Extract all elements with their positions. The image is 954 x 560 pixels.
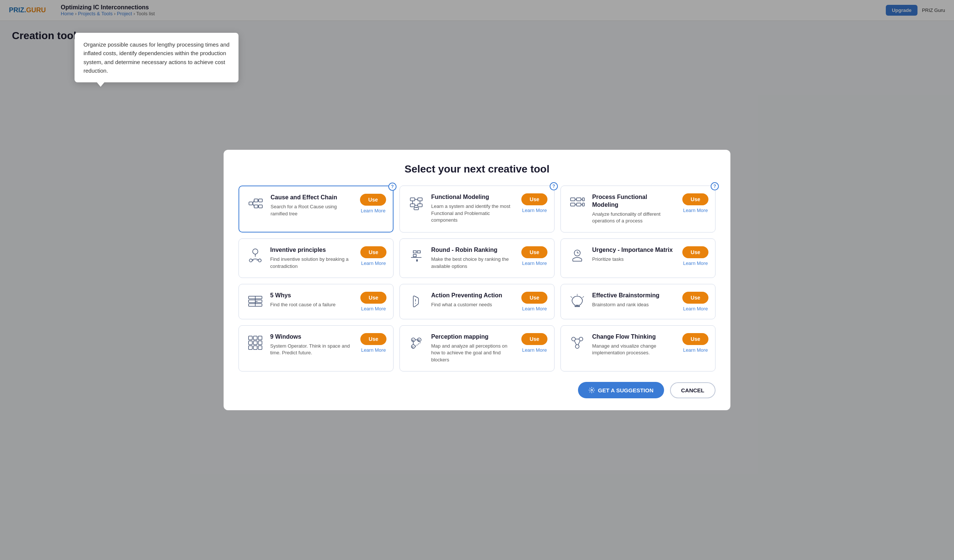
tool-actions-process-functional: Use Learn More <box>682 193 708 213</box>
tooltip-text: Organize possible causes for lengthy pro… <box>83 41 229 74</box>
tool-content-action-preventing: Action Preventing Action Find what a cus… <box>431 292 513 308</box>
svg-text:C: C <box>412 345 414 349</box>
tool-desc-effective-brainstorming: Brainstorm and rank ideas <box>592 302 674 308</box>
tool-name-perception-mapping: Perception mapping <box>431 333 513 341</box>
cause-effect-icon <box>246 194 265 213</box>
learn-button-process-functional[interactable]: Learn More <box>683 207 708 213</box>
process-functional-icon <box>567 193 587 213</box>
perception-icon: A B C <box>407 333 426 353</box>
tools-grid: Cause and Effect Chain Search for a Root… <box>238 185 716 372</box>
use-button-process-functional[interactable]: Use <box>682 193 708 205</box>
help-badge-process-functional[interactable]: ? <box>711 182 719 190</box>
tool-content-cause-effect: Cause and Effect Chain Search for a Root… <box>271 194 352 217</box>
cancel-button[interactable]: CANCEL <box>670 382 716 398</box>
tool-card-process-functional[interactable]: Process Functional Modeling Analyze func… <box>560 185 716 232</box>
use-button-action-preventing[interactable]: Use <box>521 292 547 304</box>
learn-button-change-flow[interactable]: Learn More <box>683 347 708 353</box>
tool-card-five-whys[interactable]: 5 Whys Find the root cause of a failure … <box>238 284 394 319</box>
tool-card-round-robin[interactable]: Round - Robin Ranking Make the best choi… <box>399 238 555 278</box>
use-button-nine-windows[interactable]: Use <box>360 333 387 345</box>
help-badge-cause-effect[interactable]: ? <box>388 183 396 191</box>
svg-marker-35 <box>413 251 416 253</box>
use-button-cause-effect[interactable]: Use <box>360 194 386 206</box>
use-button-inventive-principles[interactable]: Use <box>360 246 387 258</box>
svg-rect-58 <box>253 341 257 345</box>
modal-title: Select your next creative tool <box>238 163 716 175</box>
tool-card-effective-brainstorming[interactable]: Effective Brainstorming Brainstorm and r… <box>560 284 716 319</box>
action-preventing-icon <box>407 292 426 311</box>
tool-actions-round-robin: Use Learn More <box>521 246 547 266</box>
tool-content-functional-modeling: Functional Modeling Learn a system and i… <box>431 193 513 224</box>
svg-rect-10 <box>418 198 422 201</box>
tool-desc-inventive-principles: Find inventive solution by breaking a co… <box>270 256 352 270</box>
svg-rect-20 <box>571 203 575 206</box>
tool-card-cause-effect[interactable]: Cause and Effect Chain Search for a Root… <box>238 185 394 232</box>
tool-content-effective-brainstorming: Effective Brainstorming Brainstorm and r… <box>592 292 674 308</box>
tool-card-urgency-matrix[interactable]: Urgency - Importance Matrix Prioritize t… <box>560 238 716 278</box>
tool-desc-five-whys: Find the root cause of a failure <box>270 302 352 308</box>
svg-marker-37 <box>413 255 416 257</box>
urgency-icon <box>567 246 587 266</box>
tool-card-functional-modeling[interactable]: Functional Modeling Learn a system and i… <box>399 185 555 232</box>
use-button-urgency-matrix[interactable]: Use <box>682 246 708 258</box>
use-button-round-robin[interactable]: Use <box>521 246 547 258</box>
learn-button-cause-effect[interactable]: Learn More <box>361 208 385 213</box>
tool-name-nine-windows: 9 Windows <box>270 333 352 341</box>
svg-text:A: A <box>412 339 414 342</box>
tool-desc-action-preventing: Find what a customer needs <box>431 302 513 308</box>
use-button-change-flow[interactable]: Use <box>682 333 708 345</box>
tool-content-nine-windows: 9 Windows System Operator. Think in spac… <box>270 333 352 356</box>
learn-button-round-robin[interactable]: Learn More <box>522 260 547 266</box>
learn-button-action-preventing[interactable]: Learn More <box>522 306 547 311</box>
functional-modeling-icon <box>407 193 426 213</box>
svg-rect-61 <box>253 346 257 350</box>
tool-card-nine-windows[interactable]: 9 Windows System Operator. Think in spac… <box>238 325 394 372</box>
tool-name-five-whys: 5 Whys <box>270 292 352 300</box>
round-robin-icon <box>407 246 426 266</box>
tool-desc-nine-windows: System Operator. Think in space and time… <box>270 343 352 357</box>
svg-point-32 <box>258 259 261 262</box>
use-button-effective-brainstorming[interactable]: Use <box>682 292 708 304</box>
learn-button-effective-brainstorming[interactable]: Learn More <box>683 306 708 311</box>
svg-rect-4 <box>259 205 262 208</box>
modal-footer: GET A SUGGESTION CANCEL <box>238 382 716 398</box>
help-badge-functional-modeling[interactable]: ? <box>550 182 558 190</box>
tool-desc-change-flow: Manage and visualize change implementati… <box>592 343 674 357</box>
tool-actions-cause-effect: Use Learn More <box>360 194 386 213</box>
tool-desc-process-functional: Analyze functionality of different opera… <box>592 211 674 225</box>
use-button-perception-mapping[interactable]: Use <box>521 333 547 345</box>
learn-button-urgency-matrix[interactable]: Learn More <box>683 260 708 266</box>
learn-button-nine-windows[interactable]: Learn More <box>361 347 386 353</box>
use-button-five-whys[interactable]: Use <box>360 292 387 304</box>
tool-name-action-preventing: Action Preventing Action <box>431 292 513 300</box>
tool-card-change-flow[interactable]: Change Flow Thinking Manage and visualiz… <box>560 325 716 372</box>
tool-name-effective-brainstorming: Effective Brainstorming <box>592 292 674 300</box>
svg-rect-23 <box>583 198 585 201</box>
tool-content-perception-mapping: Perception mapping Map and analyze all p… <box>431 333 513 364</box>
svg-rect-19 <box>571 198 575 201</box>
tool-card-perception-mapping[interactable]: A B C Perception mapping Map and analyze… <box>399 325 555 372</box>
svg-rect-13 <box>414 207 418 210</box>
svg-rect-0 <box>249 202 253 205</box>
svg-rect-56 <box>258 336 262 340</box>
tool-desc-cause-effect: Search for a Root Cause using ramified t… <box>271 204 352 218</box>
learn-button-five-whys[interactable]: Learn More <box>361 306 386 311</box>
learn-button-perception-mapping[interactable]: Learn More <box>522 347 547 353</box>
tool-actions-inventive-principles: Use Learn More <box>360 246 387 266</box>
tooltip-popup: Organize possible causes for lengthy pro… <box>75 33 238 82</box>
tool-card-inventive-principles[interactable]: Inventive principles Find inventive solu… <box>238 238 394 278</box>
svg-rect-59 <box>258 341 262 345</box>
get-suggestion-button[interactable]: GET A SUGGESTION <box>578 382 664 398</box>
learn-button-functional-modeling[interactable]: Learn More <box>522 207 547 213</box>
use-button-functional-modeling[interactable]: Use <box>521 193 547 205</box>
tool-actions-change-flow: Use Learn More <box>682 333 708 353</box>
svg-point-29 <box>253 249 258 254</box>
tool-desc-functional-modeling: Learn a system and identify the most Fun… <box>431 203 513 224</box>
tool-card-action-preventing[interactable]: Action Preventing Action Find what a cus… <box>399 284 555 319</box>
brainstorming-icon <box>567 292 587 311</box>
svg-point-72 <box>572 337 575 341</box>
inventive-icon <box>246 246 265 266</box>
tool-content-process-functional: Process Functional Modeling Analyze func… <box>592 193 674 225</box>
learn-button-inventive-principles[interactable]: Learn More <box>361 260 386 266</box>
tool-actions-effective-brainstorming: Use Learn More <box>682 292 708 311</box>
